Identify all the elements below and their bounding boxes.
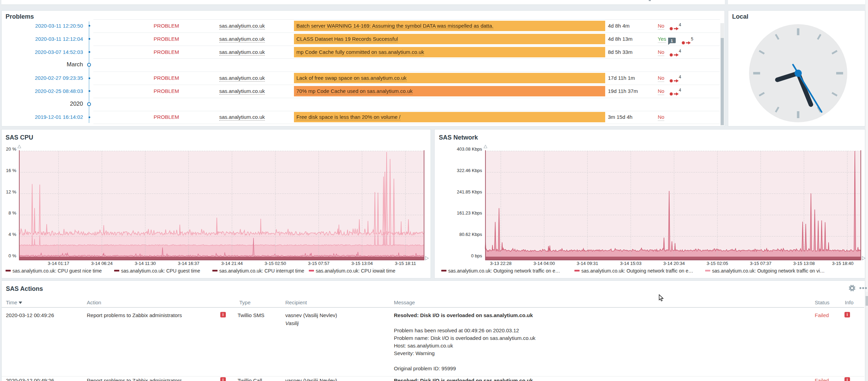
svg-text:3-15 13:04: 3-15 13:04 (351, 261, 373, 266)
svg-text:3-14 20:34: 3-14 20:34 (663, 261, 685, 266)
svg-text:322.46 Kbps: 322.46 Kbps (457, 168, 482, 173)
svg-text:3-14 01:17: 3-14 01:17 (48, 261, 69, 266)
svg-text:161.23 Kbps: 161.23 Kbps (457, 210, 482, 216)
svg-text:sas.analytium.co.uk: CPU iowai: sas.analytium.co.uk: CPU iowait time (316, 268, 396, 274)
svg-text:3-14 04:00: 3-14 04:00 (533, 261, 555, 266)
svg-text:sas.analytium.co.uk: Outgoing: sas.analytium.co.uk: Outgoing network tr… (712, 268, 825, 274)
svg-text:3-15 13:08: 3-15 13:08 (793, 261, 815, 266)
svg-text:4 %: 4 % (9, 232, 17, 237)
svg-text:sas.analytium.co.uk: CPU inter: sas.analytium.co.uk: CPU interrupt time (219, 268, 304, 274)
svg-text:3-15 07:57: 3-15 07:57 (308, 261, 330, 266)
svg-text:3-14 06:24: 3-14 06:24 (91, 261, 113, 266)
svg-text:sas.analytium.co.uk: CPU guest: sas.analytium.co.uk: CPU guest nice time (12, 268, 102, 274)
svg-text:20 %: 20 % (6, 146, 16, 152)
svg-text:3-13 22:28: 3-13 22:28 (490, 261, 511, 266)
svg-text:1: 1 (671, 38, 673, 42)
svg-text:3-14 11:30: 3-14 11:30 (135, 261, 156, 266)
svg-text:3-14 16:37: 3-14 16:37 (178, 261, 199, 266)
svg-text:80.62 Kbps: 80.62 Kbps (459, 232, 482, 237)
svg-text:4: 4 (679, 22, 681, 27)
svg-text:0 bps: 0 bps (471, 253, 482, 258)
svg-text:3-15 02:05: 3-15 02:05 (707, 261, 728, 266)
svg-text:4: 4 (679, 88, 681, 93)
svg-text:8 %: 8 % (9, 210, 17, 216)
svg-text:3-14 15:03: 3-14 15:03 (620, 261, 641, 266)
svg-text:sas.analytium.co.uk: Outgoing: sas.analytium.co.uk: Outgoing network tr… (581, 268, 693, 274)
svg-text:3-15 02:50: 3-15 02:50 (265, 261, 286, 266)
svg-text:3-15 18:40: 3-15 18:40 (832, 261, 853, 266)
svg-text:3-15 18:11: 3-15 18:11 (395, 261, 416, 266)
svg-text:3-14 21:44: 3-14 21:44 (221, 261, 243, 266)
svg-text:4: 4 (679, 49, 681, 54)
svg-text:16 %: 16 % (6, 168, 16, 173)
svg-text:sas.analytium.co.uk: CPU guest: sas.analytium.co.uk: CPU guest time (121, 268, 200, 274)
svg-text:3-15 07:37: 3-15 07:37 (750, 261, 772, 266)
svg-text:12 %: 12 % (6, 189, 16, 194)
svg-text:403.08 Kbps: 403.08 Kbps (457, 146, 482, 152)
svg-text:0 %: 0 % (9, 253, 17, 258)
svg-text:sas.analytium.co.uk: Outgoing: sas.analytium.co.uk: Outgoing network tr… (448, 268, 560, 274)
svg-text:4: 4 (679, 75, 681, 79)
svg-text:241.85 Kbps: 241.85 Kbps (457, 189, 482, 194)
svg-text:3-14 09:31: 3-14 09:31 (577, 261, 598, 266)
svg-text:5: 5 (691, 37, 693, 41)
